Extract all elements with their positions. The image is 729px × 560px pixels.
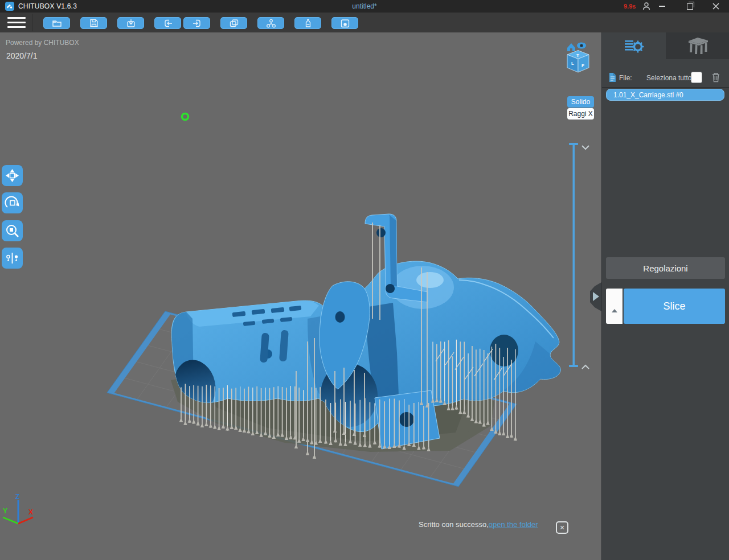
import-button[interactable] <box>154 17 181 29</box>
clone-icon <box>228 18 240 28</box>
viewport-3d[interactable]: Z Y X T L F <box>0 32 601 560</box>
open-file-button[interactable] <box>43 17 70 29</box>
file-row: File: Seleziona tutto <box>602 72 729 85</box>
select-all-checkbox[interactable] <box>691 72 702 83</box>
minimize-icon <box>659 6 665 7</box>
place-model-icon <box>125 18 137 28</box>
support-network-icon <box>265 18 277 28</box>
slice-button[interactable]: Slice <box>624 289 725 324</box>
main-toolbar <box>0 13 729 33</box>
status-toast: Scritto con successo,open the folder <box>419 520 538 529</box>
render-mode-xray-button[interactable]: Raggi X <box>567 108 594 120</box>
support-button[interactable] <box>257 17 284 29</box>
close-button[interactable] <box>706 0 726 13</box>
cube-top-label: T <box>576 53 579 58</box>
save-icon <box>88 18 100 28</box>
hollow-button[interactable] <box>331 17 358 29</box>
toast-message: Scritto con successo, <box>419 520 489 529</box>
render-mode-solid-button[interactable]: Solido <box>567 96 594 108</box>
move-icon <box>5 168 20 183</box>
place-model-button[interactable] <box>117 17 144 29</box>
slider-up-icon <box>582 365 589 369</box>
rotate-tool-button[interactable] <box>2 192 23 213</box>
scene-3d: Z Y X T L F <box>0 32 601 560</box>
delete-file-button[interactable] <box>711 72 720 83</box>
restore-icon <box>687 3 693 10</box>
green-marker <box>182 114 189 120</box>
slice-profile-expand-button[interactable] <box>606 289 622 324</box>
mirror-tool-button[interactable] <box>2 248 23 269</box>
axis-z-label: Z <box>15 493 19 501</box>
folder-open-icon <box>51 18 63 28</box>
open-folder-link[interactable]: open the folder <box>489 520 538 529</box>
rotate-icon <box>5 195 20 211</box>
close-icon <box>712 3 719 10</box>
export-button[interactable] <box>183 17 210 29</box>
file-list-item[interactable]: 1.01_X_Carriage.stl #0 <box>606 89 724 101</box>
date-label: 2020/7/1 <box>6 51 38 60</box>
document-title: untitled* <box>0 2 729 10</box>
scale-icon <box>5 223 20 238</box>
title-bar: CHITUBOX V1.6.3 untitled* 9.9s <box>0 0 729 13</box>
session-timer: 9.9s <box>624 3 636 10</box>
select-all-label: Seleziona tutto <box>646 74 691 82</box>
cube-left-label: L <box>571 61 574 66</box>
axis-indicator: Z Y X <box>3 493 33 524</box>
menu-button[interactable] <box>7 17 26 28</box>
save-button[interactable] <box>80 17 107 29</box>
file-icon <box>608 72 617 83</box>
layer-slider[interactable] <box>569 143 589 369</box>
axis-x-label: X <box>28 508 33 516</box>
tab-settings[interactable] <box>602 32 666 59</box>
user-icon <box>642 2 651 11</box>
resin-button[interactable] <box>294 17 321 29</box>
model-hole-right <box>490 335 518 367</box>
minimize-button[interactable] <box>652 0 671 13</box>
hollow-icon <box>339 18 351 28</box>
trash-icon <box>712 73 719 82</box>
slider-down-icon <box>582 146 589 149</box>
import-icon <box>162 18 174 28</box>
side-panel: File: Seleziona tutto 1.01_X_Carriage.st… <box>601 32 729 560</box>
settings-list-icon <box>622 38 645 55</box>
resin-bottle-icon <box>302 18 314 28</box>
panel-collapse-handle[interactable] <box>590 282 601 311</box>
move-tool-button[interactable] <box>2 165 23 186</box>
file-label: File: <box>619 74 632 82</box>
adjustments-button[interactable]: Regolazioni <box>606 257 725 279</box>
toast-close-button[interactable]: ✕ <box>556 521 568 534</box>
axis-y-label: Y <box>3 507 7 515</box>
powered-by-label: Powered by CHITUBOX <box>6 39 79 47</box>
export-icon <box>191 18 203 28</box>
restore-button[interactable] <box>680 0 699 13</box>
toolbar-separator <box>32 14 33 31</box>
mirror-icon <box>5 250 20 266</box>
supports-icon <box>685 36 710 56</box>
scale-tool-button[interactable] <box>2 220 23 241</box>
clone-button[interactable] <box>220 17 247 29</box>
panel-divider <box>602 87 729 88</box>
cube-front-label: F <box>581 63 584 68</box>
view-cube[interactable]: T L F <box>567 43 589 73</box>
tab-supports[interactable] <box>666 32 729 59</box>
